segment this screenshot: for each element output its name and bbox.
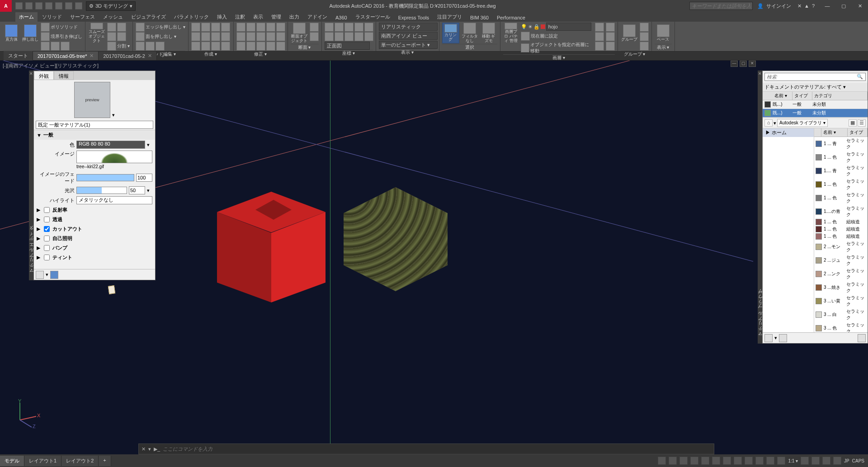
smooth-object-button[interactable]: スムーズ オブジェクト [88, 23, 105, 43]
mb-footer-new-icon[interactable] [764, 334, 773, 342]
library-material-row[interactable]: 1 ... 色セラミック [814, 178, 868, 191]
extrude-button[interactable]: 押し出し [22, 23, 39, 43]
panel-close-icon[interactable]: ✕ [758, 71, 762, 76]
st-10[interactable] [755, 457, 764, 465]
group-button[interactable]: グループ [621, 23, 638, 43]
library-name[interactable]: Autodesk ライブラリ ▾ [777, 119, 828, 127]
section-透過[interactable]: ▶透過 [34, 215, 155, 224]
doc-materials-breadcrumb[interactable]: ドキュメントのマテリアル: すべて ▾ [763, 83, 868, 92]
section-カットアウト[interactable]: ▶カットアウト [34, 224, 155, 234]
material-browser-handle[interactable]: ✕ マテリアル ブラウザ [758, 71, 762, 344]
movetoLayer-button[interactable]: オブジェクトを指定の画層に移動 [521, 42, 593, 54]
cr-7[interactable] [211, 32, 220, 41]
qat-saveas-icon[interactable] [45, 2, 52, 9]
library-material-row[interactable]: 1 ... 色組積造 [814, 218, 868, 226]
se-si-3[interactable] [156, 42, 165, 51]
a360-icon[interactable]: ▲ [804, 3, 809, 9]
th-name[interactable]: 名前 ▾ [773, 92, 793, 100]
cr-6[interactable] [201, 32, 210, 41]
view-list-icon[interactable]: ☰ [858, 119, 866, 127]
tab-info[interactable]: 情報 [54, 71, 74, 80]
help-search-input[interactable] [689, 2, 753, 10]
ribbon-tab-manage[interactable]: 管理 [268, 12, 285, 22]
st-11[interactable] [766, 457, 774, 465]
minimize-button[interactable]: — [819, 0, 835, 12]
start-tab[interactable]: スタート [4, 51, 33, 61]
mesh-si-1[interactable] [107, 23, 116, 32]
gp-2[interactable] [640, 32, 649, 41]
cr-9[interactable] [191, 42, 200, 51]
md-5[interactable] [276, 23, 285, 32]
view-grid-icon[interactable]: ▦ [849, 119, 857, 127]
vp-minimize-icon[interactable]: — [731, 61, 738, 67]
ribbon-tab-raster[interactable]: ラスターツール [352, 12, 394, 22]
qat-plot-icon[interactable] [55, 2, 62, 9]
mesh-si-3[interactable] [107, 32, 116, 41]
gloss-slider[interactable] [76, 187, 127, 194]
red-cube[interactable] [217, 192, 326, 318]
material-name-input[interactable] [36, 121, 153, 129]
panel-title-coords[interactable]: 座標 ▾ [325, 50, 373, 57]
cmdline-options-icon[interactable]: ▾ [148, 446, 151, 452]
md-4[interactable] [266, 23, 275, 32]
ribbon-tab-view[interactable]: 表示 [250, 12, 267, 22]
se-si-1[interactable] [136, 42, 145, 51]
panel-close-icon[interactable]: ✕ [29, 71, 33, 76]
layout-tab-1[interactable]: レイアウト1 [24, 456, 61, 466]
library-material-row[interactable]: 1....の青セラミック [814, 205, 868, 218]
section-object-button[interactable]: 断面オブ ジェクト [291, 23, 308, 43]
cr-2[interactable] [201, 23, 210, 32]
material-editor-handle[interactable]: ✕ マテリアル エディタ [29, 71, 33, 280]
dropdown-icon[interactable]: ▾ [46, 272, 48, 278]
md-6[interactable] [236, 32, 245, 41]
culling-button[interactable]: カリング [442, 23, 459, 43]
color-value[interactable]: RGB 80 80 80 [76, 141, 145, 149]
library-material-row[interactable]: 1.... 青セラミック [814, 164, 868, 178]
ribbon-tab-a360[interactable]: A360 [332, 14, 351, 22]
ribbon-tab-insert[interactable]: 挿入 [213, 12, 231, 22]
qat-new-icon[interactable] [15, 2, 23, 9]
close-icon[interactable]: ✕ [148, 53, 152, 59]
co-7[interactable] [335, 32, 344, 41]
st-1[interactable] [658, 457, 666, 465]
viewport-combo[interactable]: 単一のビューポート ▾ [379, 41, 438, 49]
st-4[interactable] [690, 457, 698, 465]
co-9[interactable] [354, 32, 363, 41]
signin-area[interactable]: 👤 サインイン ✕ ▲ ? [753, 3, 819, 9]
section-バンプ[interactable]: ▶バンプ [34, 243, 155, 253]
fade-input[interactable] [136, 174, 152, 182]
qat-redo-icon[interactable] [75, 2, 82, 9]
vp-close-icon[interactable]: ✕ [749, 61, 756, 67]
viewport-label[interactable]: [-][南西アイソメ ビュー][リアリスティック] [3, 62, 99, 69]
cr-3[interactable] [211, 23, 220, 32]
app-logo[interactable]: A [0, 0, 12, 12]
ribbon-tab-addins[interactable]: アドイン [304, 12, 331, 22]
st-14[interactable] [811, 457, 820, 465]
move-gizmo-button[interactable]: 移動 ギズモ [480, 23, 497, 43]
co-10[interactable] [364, 32, 373, 41]
visual-style-combo[interactable]: リアリスティック [379, 23, 438, 31]
edge-extrude-button[interactable]: エッジを押し出し ▾ [136, 23, 185, 32]
scale-display[interactable]: 1:1 ▾ [788, 458, 798, 463]
ly-3[interactable] [595, 42, 604, 51]
section-general[interactable]: ▼一般 [34, 130, 155, 140]
lang-indicator[interactable]: JP [844, 458, 849, 463]
st-16[interactable] [833, 457, 841, 465]
md-7[interactable] [246, 32, 255, 41]
panel-title-create[interactable]: 作成 ▾ [191, 51, 231, 57]
st-5[interactable] [701, 457, 709, 465]
ucs-gizmo[interactable]: Y X Z [12, 399, 41, 428]
tab-appearance[interactable]: 外観 [34, 71, 54, 80]
cr-1[interactable] [191, 23, 200, 32]
search-icon[interactable]: 🔍 [857, 74, 863, 80]
section-反射率[interactable]: ▶反射率 [34, 205, 155, 215]
section-ティント[interactable]: ▶ティント [34, 253, 155, 262]
maximize-button[interactable]: ▢ [835, 0, 852, 12]
ribbon-tab-home[interactable]: ホーム [15, 12, 38, 22]
th-category[interactable]: カテゴリ [812, 92, 868, 100]
nofilter-button[interactable]: フィルタなし [461, 23, 478, 43]
cr-12[interactable] [221, 42, 230, 51]
md-14[interactable] [266, 42, 275, 51]
md-8[interactable] [256, 32, 265, 41]
check-0[interactable] [44, 207, 50, 213]
